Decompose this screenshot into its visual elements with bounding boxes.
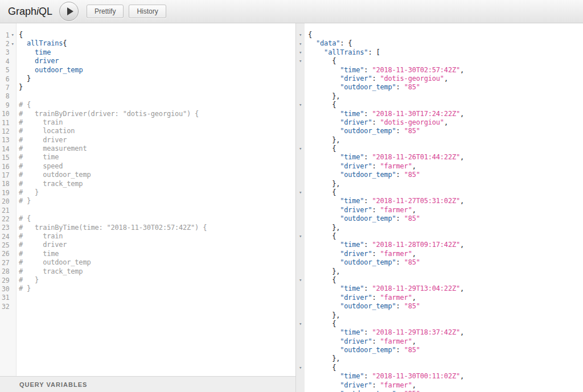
query-code-line[interactable]: # track_temp (19, 180, 295, 188)
line-number: 27 (0, 259, 9, 267)
result-code-line: "outdoor_temp": "85" (308, 258, 583, 267)
fold-arrow-icon[interactable]: ▾ (297, 42, 304, 47)
query-code-line[interactable]: driver (19, 57, 295, 65)
fold-arrow-icon[interactable]: ▾ (297, 32, 304, 38)
line-number: 31 (0, 294, 9, 302)
result-code-line: "outdoor_temp": "85" (308, 390, 583, 392)
fold-arrow-icon[interactable]: ▾ (297, 321, 304, 327)
toolbar: GraphiQL Prettify History (0, 0, 583, 23)
query-code-line[interactable]: # } (19, 276, 295, 284)
line-number: 10 (0, 110, 9, 118)
query-code-line[interactable] (19, 294, 295, 302)
line-number: 18 (0, 180, 9, 188)
query-code-line[interactable]: # driver (19, 241, 295, 249)
prettify-button[interactable]: Prettify (87, 5, 124, 18)
query-code-line[interactable]: allTrains{ (19, 39, 295, 48)
result-fold-gutter: ▾▾▾▾▾▾▾▾▾▾▾ (296, 23, 305, 392)
query-code-line[interactable]: outdoor_temp (19, 66, 295, 75)
fold-arrow-icon[interactable]: ▾ (297, 59, 304, 64)
query-code-line[interactable]: # } (19, 197, 295, 205)
query-variables-bar: QUERY VARIABLES (0, 376, 295, 392)
result-code-line: "allTrains": [ (308, 48, 583, 57)
result-pane: ▾▾▾▾▾▾▾▾▾▾▾ { "data": { "allTrains": [ {… (296, 23, 583, 392)
query-code-line[interactable]: # location (19, 127, 295, 135)
query-code-line[interactable]: time (19, 48, 295, 57)
result-code-line: }, (308, 311, 583, 320)
query-code-line[interactable]: # trainByDriver(driver: "dotis-georgiou"… (19, 110, 295, 118)
result-code-line: "driver": "farmer", (308, 294, 583, 302)
query-code-line[interactable]: # } (19, 188, 295, 197)
result-code-line: }, (308, 224, 583, 232)
fold-arrow-icon[interactable]: ▾ (297, 102, 304, 108)
query-code-line[interactable]: # { (19, 101, 295, 109)
query-pane: 1▾2▾345678910111213141516171819202122232… (0, 23, 296, 392)
line-number: 17 (0, 171, 9, 179)
fold-arrow-icon[interactable]: ▾ (297, 146, 304, 151)
query-editor[interactable]: 1▾2▾345678910111213141516171819202122232… (0, 23, 295, 376)
query-code-line[interactable]: # outdoor_temp (19, 258, 295, 267)
query-code-line[interactable] (19, 206, 295, 214)
result-code-line: "driver": "farmer", (308, 162, 583, 171)
line-number: 22 (0, 215, 9, 223)
query-code-line[interactable]: # time (19, 250, 295, 258)
query-variables-title[interactable]: QUERY VARIABLES (19, 381, 87, 388)
result-code-line: "time": "2018-11-26T01:44:22Z", (308, 153, 583, 162)
query-code-line[interactable]: } (19, 83, 295, 92)
query-code-line[interactable]: # track_temp (19, 267, 295, 276)
execute-button[interactable] (59, 2, 79, 21)
line-number: 9 (0, 101, 9, 109)
result-code-line: }, (308, 354, 583, 363)
result-code-line: { (308, 57, 583, 65)
line-number: 21 (0, 207, 9, 214)
line-number: 7 (0, 84, 9, 92)
query-code-line[interactable]: # } (19, 284, 295, 293)
line-number: 12 (0, 127, 9, 135)
line-number: 29 (0, 277, 9, 284)
query-code-line[interactable]: # train (19, 232, 295, 241)
result-code-line: "driver": "dotis-georgiou", (308, 75, 583, 83)
query-code-line[interactable]: # driver (19, 136, 295, 145)
query-code-line[interactable] (19, 92, 295, 101)
line-number: 8 (0, 92, 9, 100)
query-code-line[interactable]: # measurement (19, 145, 295, 153)
fold-arrow-icon[interactable]: ▾ (9, 32, 16, 38)
result-code-line: "time": "2018-11-30T02:57:42Z", (308, 66, 583, 75)
result-code-line: "time": "2018-11-30T17:24:22Z", (308, 110, 583, 118)
result-code-line: { (308, 364, 583, 372)
result-code-line: "time": "2018-11-27T05:31:02Z", (308, 197, 583, 205)
line-number: 1 (0, 31, 9, 39)
result-code-line: "time": "2018-11-28T09:17:42Z", (308, 241, 583, 249)
result-code-line: }, (308, 267, 583, 276)
query-code-line[interactable] (19, 302, 295, 311)
line-number: 23 (0, 224, 9, 232)
fold-arrow-icon[interactable]: ▾ (297, 50, 304, 55)
query-code-line[interactable]: } (19, 75, 295, 83)
line-number: 28 (0, 267, 9, 275)
query-code-line[interactable]: # { (19, 214, 295, 223)
line-number: 13 (0, 136, 9, 144)
result-code-line: { (308, 188, 583, 197)
fold-arrow-icon[interactable]: ▾ (9, 42, 16, 47)
history-button[interactable]: History (129, 5, 166, 18)
query-code-line[interactable]: # speed (19, 162, 295, 171)
query-code-line[interactable]: # time (19, 153, 295, 162)
query-code-line[interactable]: # outdoor_temp (19, 171, 295, 179)
line-number: 15 (0, 154, 9, 162)
result-code-line: { (308, 320, 583, 328)
line-number-gutter: 1▾2▾345678910111213141516171819202122232… (0, 23, 17, 376)
result-code-line: "driver": "dotis-georgiou", (308, 118, 583, 127)
line-number: 19 (0, 189, 9, 197)
query-code-line[interactable]: # train (19, 118, 295, 127)
query-code-line[interactable]: { (19, 31, 295, 39)
query-code[interactable]: { allTrains{ time driver outdoor_temp }}… (17, 23, 295, 376)
line-number: 6 (0, 75, 9, 83)
fold-arrow-icon[interactable]: ▾ (297, 365, 304, 370)
fold-arrow-icon[interactable]: ▾ (297, 278, 304, 283)
result-code-line: { (308, 31, 583, 39)
result-code-line: "data": { (308, 39, 583, 48)
line-number: 5 (0, 66, 9, 74)
query-code-line[interactable]: # trainByTime(time: "2018-11-30T02:57:42… (19, 224, 295, 232)
fold-arrow-icon[interactable]: ▾ (297, 234, 304, 239)
fold-arrow-icon[interactable]: ▾ (297, 190, 304, 195)
line-number: 24 (0, 233, 9, 241)
